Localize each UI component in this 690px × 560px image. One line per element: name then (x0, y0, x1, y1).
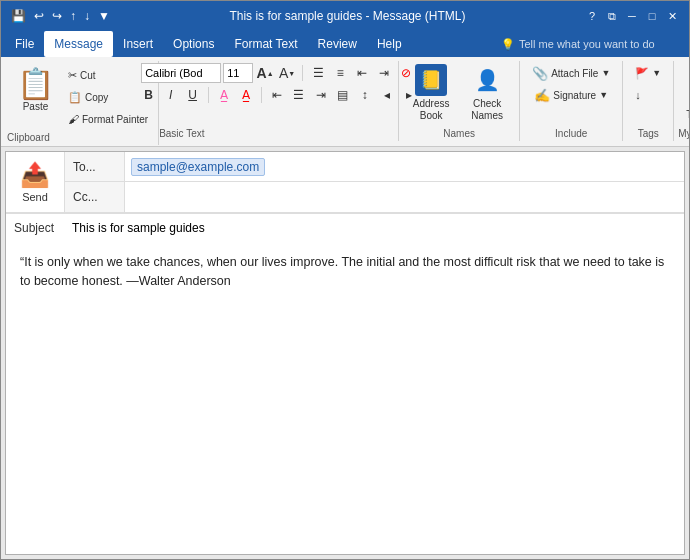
font-row-2: B I U A̲ A̲ ⇤ ☰ ⇥ ▤ ↕ ◂ ▸ (139, 85, 419, 105)
increase-indent-button[interactable]: ⇥ (374, 63, 394, 83)
send-icon: 📤 (20, 161, 50, 189)
menu-bar: File Message Insert Options Format Text … (1, 31, 689, 57)
down-button[interactable]: ↓ (82, 10, 92, 22)
menu-options[interactable]: Options (163, 31, 224, 57)
numbering-button[interactable]: ≡ (330, 63, 350, 83)
flag-icon: 🚩 (635, 67, 649, 80)
paste-button[interactable]: 📋 Paste (11, 65, 60, 116)
to-field: sample@example.com (125, 158, 684, 176)
send-label: Send (22, 191, 48, 203)
names-label: Names (399, 128, 519, 139)
subject-input[interactable] (66, 214, 684, 241)
undo-button[interactable]: ↩ (32, 10, 46, 22)
signature-button[interactable]: ✍ Signature ▼ (528, 85, 614, 105)
attach-dropdown-icon[interactable]: ▼ (601, 68, 610, 78)
send-button[interactable]: 📤 Send (6, 152, 65, 212)
clipboard-label: Clipboard (7, 132, 158, 143)
address-book-icon: 📒 (415, 64, 447, 96)
title-bar: 💾 ↩ ↪ ↑ ↓ ▼ This is for sample guides - … (1, 1, 689, 31)
address-book-button[interactable]: 📒 Address Book (405, 63, 457, 123)
sep-1 (302, 65, 303, 81)
view-templates-button[interactable]: 📄 View Templates (680, 63, 690, 125)
font-color-button[interactable]: A̲ (236, 85, 256, 105)
signature-label: Signature (553, 90, 596, 101)
quick-access-toolbar: 💾 ↩ ↪ ↑ ↓ ▼ (9, 10, 112, 22)
compose-fields: To... sample@example.com Cc... (65, 152, 684, 212)
cut-icon: ✂ (68, 69, 77, 82)
menu-help[interactable]: Help (367, 31, 412, 57)
tags-buttons: 🚩 ▼ ↓ (629, 63, 667, 105)
attach-file-button[interactable]: 📎 Attach File ▼ (526, 63, 616, 83)
compose-panel: 📤 Send To... sample@example.com Cc... (5, 151, 685, 555)
restore-button[interactable]: ⧉ (603, 7, 621, 25)
my-templates-label: My Templates (674, 128, 690, 139)
basic-text-group: A▲ A▼ ☰ ≡ ⇤ ⇥ ⊘ B I U A̲ A̲ ⇤ ☰ ⇥ (159, 61, 399, 141)
cc-field-row: Cc... (65, 182, 684, 212)
maximize-button[interactable]: □ (643, 7, 661, 25)
italic-button[interactable]: I (161, 85, 181, 105)
more-button[interactable]: ▼ (96, 10, 112, 22)
align-left-button[interactable]: ⇤ (267, 85, 287, 105)
menu-file[interactable]: File (5, 31, 44, 57)
clipboard-group: 📋 Paste ✂ Cut 📋 Copy 🖌 Format Painter Cl… (7, 61, 159, 145)
lightbulb-icon: 💡 (501, 38, 515, 51)
to-value[interactable]: sample@example.com (131, 158, 265, 176)
help-button[interactable]: ? (583, 7, 601, 25)
decrease-indent-button[interactable]: ⇤ (352, 63, 372, 83)
menu-review[interactable]: Review (308, 31, 367, 57)
close-button[interactable]: ✕ (663, 7, 681, 25)
menu-format-text[interactable]: Format Text (224, 31, 307, 57)
body-text: “It is only when we take chances, when o… (20, 253, 670, 291)
font-size-input[interactable] (223, 63, 253, 83)
save-button[interactable]: 💾 (9, 10, 28, 22)
shrink-font-button[interactable]: A▼ (277, 63, 297, 83)
copy-label: Copy (85, 92, 108, 103)
cc-input[interactable] (125, 182, 684, 212)
names-group: 📒 Address Book 👤 Check Names Names (399, 61, 520, 141)
app-window: 💾 ↩ ↪ ↑ ↓ ▼ This is for sample guides - … (0, 0, 690, 560)
align-center-button[interactable]: ☰ (289, 85, 309, 105)
underline-button[interactable]: U (183, 85, 203, 105)
signature-dropdown-icon[interactable]: ▼ (599, 90, 608, 100)
paste-label: Paste (23, 101, 49, 112)
check-names-button[interactable]: 👤 Check Names (461, 63, 513, 123)
window-title: This is for sample guides - Message (HTM… (112, 9, 583, 23)
include-group: 📎 Attach File ▼ ✍ Signature ▼ Include (520, 61, 623, 141)
grow-font-button[interactable]: A▲ (255, 63, 275, 83)
highlight-button[interactable]: A̲ (214, 85, 234, 105)
to-label-button[interactable]: To... (65, 152, 125, 181)
format-painter-button[interactable]: 🖌 Format Painter (62, 109, 154, 129)
paste-icon: 📋 (17, 69, 54, 99)
cc-label-button[interactable]: Cc... (65, 182, 125, 212)
flag-button[interactable]: 🚩 ▼ (629, 63, 667, 83)
down-arrow-icon: ↓ (635, 89, 641, 101)
flag-dropdown-icon[interactable]: ▼ (652, 68, 661, 78)
down-arrow-button[interactable]: ↓ (629, 85, 647, 105)
decrease-spacing-button[interactable]: ◂ (377, 85, 397, 105)
line-spacing-button[interactable]: ↕ (355, 85, 375, 105)
attach-file-label: Attach File (551, 68, 598, 79)
basic-text-label: Basic Text (159, 128, 398, 139)
align-right-button[interactable]: ⇥ (311, 85, 331, 105)
tell-me-input[interactable] (519, 38, 679, 50)
font-name-input[interactable] (141, 63, 221, 83)
format-painter-icon: 🖌 (68, 113, 79, 125)
up-button[interactable]: ↑ (68, 10, 78, 22)
sep-2 (208, 87, 209, 103)
subject-label: Subject (6, 221, 66, 235)
tags-group: 🚩 ▼ ↓ Tags (623, 61, 674, 141)
justify-button[interactable]: ▤ (333, 85, 353, 105)
minimize-button[interactable]: ─ (623, 7, 641, 25)
copy-icon: 📋 (68, 91, 82, 104)
bullets-button[interactable]: ☰ (308, 63, 328, 83)
address-book-label: Address Book (406, 98, 456, 122)
compose-body[interactable]: “It is only when we take chances, when o… (6, 241, 684, 554)
compose-wrapper: 📤 Send To... sample@example.com Cc... (1, 147, 689, 559)
menu-insert[interactable]: Insert (113, 31, 163, 57)
redo-button[interactable]: ↪ (50, 10, 64, 22)
menu-message[interactable]: Message (44, 31, 113, 57)
attach-file-icon: 📎 (532, 66, 548, 81)
bold-button[interactable]: B (139, 85, 159, 105)
include-label: Include (520, 128, 622, 139)
sep-3 (261, 87, 262, 103)
